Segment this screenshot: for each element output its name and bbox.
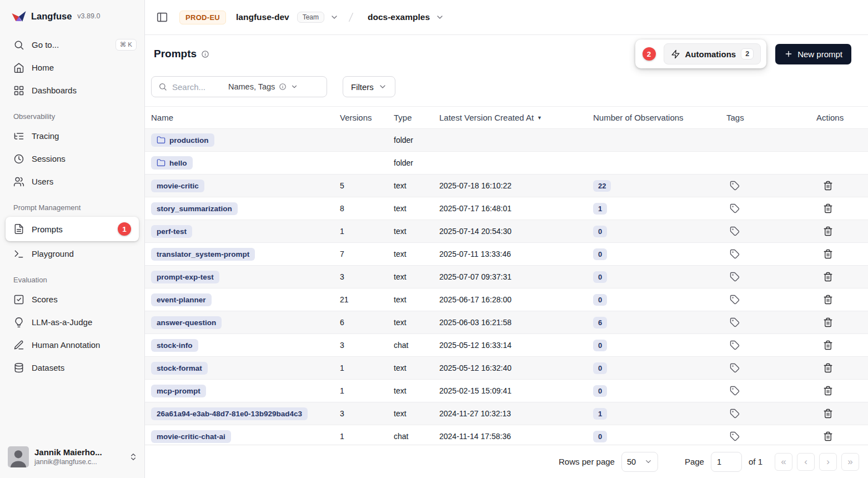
- observation-count-badge: 0: [593, 362, 607, 374]
- table-row[interactable]: answer-question6text2025-06-03 16:21:586: [145, 311, 868, 334]
- table-row[interactable]: mcp-prompt1text2025-02-15 15:09:410: [145, 380, 868, 402]
- prompt-name-link[interactable]: answer-question: [151, 316, 222, 329]
- prompt-name-link[interactable]: stock-info: [151, 339, 198, 352]
- new-prompt-button[interactable]: New prompt: [775, 44, 851, 64]
- sidebar-item-playground[interactable]: Playground: [0, 242, 144, 265]
- table-row[interactable]: 26a61a94-e3ab-48d7-81e0-13b929bad4c33tex…: [145, 402, 868, 425]
- rows-per-page-select[interactable]: 50: [621, 452, 658, 472]
- sidebar-item-sessions[interactable]: Sessions: [0, 147, 144, 170]
- sidebar-item-dashboards[interactable]: Dashboards: [0, 79, 144, 102]
- prompt-name-link[interactable]: event-planner: [151, 293, 212, 306]
- tag-icon[interactable]: [730, 295, 740, 305]
- automations-button[interactable]: Automations 2: [664, 43, 761, 64]
- info-icon[interactable]: [201, 50, 209, 58]
- tag-icon[interactable]: [730, 226, 740, 236]
- org-name[interactable]: langfuse-dev: [236, 12, 289, 22]
- table-row[interactable]: hellofolder: [145, 152, 868, 175]
- folder-link[interactable]: production: [151, 133, 214, 147]
- sidebar-item-llm-as-a-judge[interactable]: LLM-as-a-Judge: [0, 311, 144, 333]
- cell-name: translator_system-prompt: [151, 248, 340, 261]
- tag-icon[interactable]: [730, 249, 740, 259]
- org-chevron-down-icon[interactable]: [330, 13, 339, 22]
- tag-icon[interactable]: [730, 386, 740, 396]
- tag-icon[interactable]: [730, 203, 740, 213]
- prompt-name-link[interactable]: perf-test: [151, 225, 192, 238]
- prompt-name-link[interactable]: translator_system-prompt: [151, 248, 255, 261]
- tag-icon[interactable]: [730, 409, 740, 419]
- table-row[interactable]: productionfolder: [145, 129, 868, 152]
- cell-created-at: 2025-05-12 16:32:40: [439, 364, 593, 372]
- cell-observations: 0: [593, 294, 726, 306]
- trash-icon[interactable]: [823, 295, 833, 305]
- cell-created-at: 2025-07-18 16:10:22: [439, 181, 593, 190]
- cell-type: text: [394, 250, 439, 258]
- trash-icon[interactable]: [823, 203, 833, 213]
- tag-icon[interactable]: [730, 340, 740, 350]
- project-chevron-down-icon[interactable]: [435, 13, 444, 22]
- sidebar-item-home[interactable]: Home: [0, 56, 144, 79]
- cell-observations: 1: [593, 203, 726, 215]
- trash-icon[interactable]: [823, 317, 833, 327]
- sidebar-item-datasets[interactable]: Datasets: [0, 356, 144, 379]
- table-row[interactable]: story_summarization8text2025-07-17 16:48…: [145, 197, 868, 220]
- prompt-name-link[interactable]: movie-critic: [151, 180, 204, 192]
- prompt-name-link[interactable]: story_summarization: [151, 202, 238, 215]
- sidebar-item-scores[interactable]: Scores: [0, 288, 144, 311]
- first-page-button[interactable]: «: [775, 453, 792, 471]
- cell-tags: [726, 431, 816, 441]
- tag-icon[interactable]: [730, 317, 740, 327]
- table-row[interactable]: stock-info3chat2025-05-12 16:33:140: [145, 334, 868, 357]
- search-input[interactable]: [172, 82, 223, 92]
- sidebar-toggle-icon[interactable]: [156, 11, 168, 23]
- rows-per-page-value: 50: [627, 457, 636, 466]
- page-number-input[interactable]: [711, 452, 742, 472]
- tag-icon[interactable]: [730, 181, 740, 191]
- topbar: PROD-EU langfuse-dev Team docs-examples: [145, 0, 868, 35]
- prompt-name-link[interactable]: mcp-prompt: [151, 385, 206, 397]
- sidebar-item-users[interactable]: Users: [0, 170, 144, 193]
- tag-icon[interactable]: [730, 363, 740, 373]
- prompt-name-link[interactable]: stock-format: [151, 362, 208, 375]
- column-header-type[interactable]: Type: [394, 113, 439, 122]
- table-row[interactable]: perf-test1text2025-07-14 20:54:300: [145, 220, 868, 243]
- table-row[interactable]: stock-format1text2025-05-12 16:32:400: [145, 357, 868, 380]
- project-name[interactable]: docs-examples: [368, 12, 430, 22]
- trash-icon[interactable]: [823, 386, 833, 396]
- sidebar-item-prompts[interactable]: Prompts1: [6, 217, 139, 241]
- column-header-latest-version[interactable]: Latest Version Created At▼: [439, 113, 593, 122]
- trash-icon[interactable]: [823, 409, 833, 419]
- table-row[interactable]: translator_system-prompt7text2025-07-11 …: [145, 243, 868, 266]
- trash-icon[interactable]: [823, 181, 833, 191]
- tag-icon[interactable]: [730, 272, 740, 282]
- trash-icon[interactable]: [823, 363, 833, 373]
- table-row[interactable]: event-planner21text2025-06-17 16:28:000: [145, 288, 868, 311]
- trash-icon[interactable]: [823, 272, 833, 282]
- prompt-name-link[interactable]: 26a61a94-e3ab-48d7-81e0-13b929bad4c3: [151, 407, 308, 420]
- last-page-button[interactable]: »: [841, 453, 859, 471]
- folder-link[interactable]: hello: [151, 156, 193, 170]
- user-menu[interactable]: Jannik Maierho... jannik@langfuse.c...: [0, 439, 144, 475]
- column-header-versions[interactable]: Versions: [340, 113, 394, 122]
- next-page-button[interactable]: ›: [819, 453, 837, 471]
- sidebar-item-human-annotation[interactable]: Human Annotation: [0, 333, 144, 356]
- column-header-observations[interactable]: Number of Observations: [593, 113, 726, 122]
- sidebar-item-tracing[interactable]: Tracing: [0, 125, 144, 147]
- filters-button[interactable]: Filters: [343, 76, 395, 97]
- sidebar-item-label: Sessions: [32, 154, 66, 163]
- cell-type: text: [394, 272, 439, 281]
- sidebar-item-go-to[interactable]: Go to...⌘ K: [0, 33, 144, 56]
- trash-icon[interactable]: [823, 226, 833, 236]
- prompt-name-link[interactable]: prompt-exp-test: [151, 271, 219, 283]
- search-scope-dropdown[interactable]: Names, Tags: [228, 82, 298, 91]
- tag-icon[interactable]: [730, 431, 740, 441]
- trash-icon[interactable]: [823, 340, 833, 350]
- table-row[interactable]: prompt-exp-test3text2025-07-07 09:37:310: [145, 266, 868, 288]
- column-header-tags[interactable]: Tags: [726, 113, 816, 122]
- trash-icon[interactable]: [823, 249, 833, 259]
- trash-icon[interactable]: [823, 431, 833, 441]
- table-row[interactable]: movie-critic5text2025-07-18 16:10:2222: [145, 175, 868, 197]
- column-header-name[interactable]: Name: [151, 113, 340, 122]
- prompt-name-link[interactable]: movie-critic-chat-ai: [151, 430, 231, 443]
- prev-page-button[interactable]: ‹: [797, 453, 815, 471]
- cell-observations: 0: [593, 385, 726, 397]
